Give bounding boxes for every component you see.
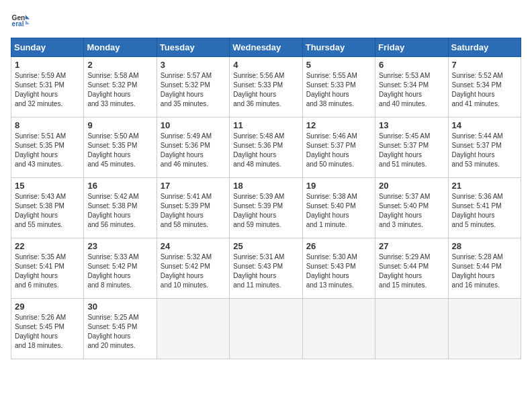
day-cell-14: 14 Sunrise: 5:44 AM Sunset: 5:37 PM Dayl… [448, 118, 521, 178]
col-header-friday: Friday [375, 38, 448, 57]
day-info: Sunrise: 5:50 AM Sunset: 5:35 PM Dayligh… [87, 132, 152, 169]
day-number: 27 [379, 241, 444, 251]
day-info: Sunrise: 5:28 AM Sunset: 5:44 PM Dayligh… [452, 253, 517, 290]
day-cell-6: 6 Sunrise: 5:53 AM Sunset: 5:34 PM Dayli… [375, 57, 448, 118]
col-header-thursday: Thursday [302, 38, 375, 57]
day-cell-24: 24 Sunrise: 5:32 AM Sunset: 5:42 PM Dayl… [157, 238, 229, 299]
empty-cell [448, 299, 521, 359]
day-cell-4: 4 Sunrise: 5:56 AM Sunset: 5:33 PM Dayli… [230, 57, 302, 118]
svg-text:eral: eral [12, 20, 24, 28]
day-number: 1 [15, 60, 80, 70]
day-info: Sunrise: 5:37 AM Sunset: 5:40 PM Dayligh… [379, 192, 444, 230]
day-info: Sunrise: 5:45 AM Sunset: 5:37 PM Dayligh… [379, 132, 444, 169]
empty-cell [157, 299, 229, 359]
day-number: 23 [87, 241, 152, 251]
day-cell-10: 10 Sunrise: 5:49 AM Sunset: 5:36 PM Dayl… [157, 118, 229, 178]
day-number: 24 [161, 241, 226, 251]
day-cell-21: 21 Sunrise: 5:36 AM Sunset: 5:41 PM Dayl… [448, 178, 521, 238]
svg-marker-2 [26, 15, 30, 19]
day-number: 8 [15, 120, 80, 130]
day-cell-23: 23 Sunrise: 5:33 AM Sunset: 5:42 PM Dayl… [84, 238, 157, 299]
day-info: Sunrise: 5:39 AM Sunset: 5:39 PM Dayligh… [233, 192, 298, 230]
day-info: Sunrise: 5:33 AM Sunset: 5:42 PM Dayligh… [87, 253, 152, 290]
day-number: 11 [233, 120, 298, 130]
day-number: 2 [87, 60, 152, 70]
day-number: 19 [306, 181, 371, 191]
day-cell-22: 22 Sunrise: 5:35 AM Sunset: 5:41 PM Dayl… [11, 238, 84, 299]
day-info: Sunrise: 5:25 AM Sunset: 5:45 PM Dayligh… [87, 313, 152, 351]
day-number: 20 [379, 181, 444, 191]
day-cell-15: 15 Sunrise: 5:43 AM Sunset: 5:38 PM Dayl… [11, 178, 84, 238]
day-number: 25 [233, 241, 298, 251]
day-info: Sunrise: 5:42 AM Sunset: 5:38 PM Dayligh… [87, 192, 152, 230]
day-cell-28: 28 Sunrise: 5:28 AM Sunset: 5:44 PM Dayl… [448, 238, 521, 299]
logo-icon: Gen eral [11, 11, 30, 30]
day-number: 30 [87, 302, 152, 312]
day-info: Sunrise: 5:41 AM Sunset: 5:39 PM Dayligh… [161, 192, 226, 230]
day-cell-5: 5 Sunrise: 5:55 AM Sunset: 5:33 PM Dayli… [302, 57, 375, 118]
day-info: Sunrise: 5:32 AM Sunset: 5:42 PM Dayligh… [161, 253, 226, 290]
day-cell-9: 9 Sunrise: 5:50 AM Sunset: 5:35 PM Dayli… [84, 118, 157, 178]
day-number: 5 [306, 60, 371, 70]
day-info: Sunrise: 5:26 AM Sunset: 5:45 PM Dayligh… [15, 313, 80, 351]
day-number: 29 [15, 302, 80, 312]
day-cell-8: 8 Sunrise: 5:51 AM Sunset: 5:35 PM Dayli… [11, 118, 84, 178]
empty-cell [302, 299, 375, 359]
day-info: Sunrise: 5:59 AM Sunset: 5:31 PM Dayligh… [15, 71, 80, 109]
col-header-saturday: Saturday [448, 38, 521, 57]
day-number: 15 [15, 181, 80, 191]
day-number: 3 [161, 60, 226, 70]
day-info: Sunrise: 5:35 AM Sunset: 5:41 PM Dayligh… [15, 253, 80, 290]
col-header-monday: Monday [84, 38, 157, 57]
day-number: 18 [233, 181, 298, 191]
day-info: Sunrise: 5:44 AM Sunset: 5:37 PM Dayligh… [452, 132, 517, 169]
day-cell-29: 29 Sunrise: 5:26 AM Sunset: 5:45 PM Dayl… [11, 299, 84, 359]
day-info: Sunrise: 5:36 AM Sunset: 5:41 PM Dayligh… [452, 192, 517, 230]
day-cell-26: 26 Sunrise: 5:30 AM Sunset: 5:43 PM Dayl… [302, 238, 375, 299]
col-header-wednesday: Wednesday [230, 38, 302, 57]
day-number: 14 [452, 120, 517, 130]
day-info: Sunrise: 5:48 AM Sunset: 5:36 PM Dayligh… [233, 132, 298, 169]
day-number: 26 [306, 241, 371, 251]
day-cell-25: 25 Sunrise: 5:31 AM Sunset: 5:43 PM Dayl… [230, 238, 302, 299]
day-info: Sunrise: 5:58 AM Sunset: 5:32 PM Dayligh… [87, 71, 152, 109]
day-cell-11: 11 Sunrise: 5:48 AM Sunset: 5:36 PM Dayl… [230, 118, 302, 178]
col-header-tuesday: Tuesday [157, 38, 229, 57]
day-info: Sunrise: 5:43 AM Sunset: 5:38 PM Dayligh… [15, 192, 80, 230]
page-header: Gen eral [11, 11, 521, 30]
day-number: 7 [452, 60, 517, 70]
day-cell-27: 27 Sunrise: 5:29 AM Sunset: 5:44 PM Dayl… [375, 238, 448, 299]
day-info: Sunrise: 5:30 AM Sunset: 5:43 PM Dayligh… [306, 253, 371, 290]
day-cell-18: 18 Sunrise: 5:39 AM Sunset: 5:39 PM Dayl… [230, 178, 302, 238]
day-cell-19: 19 Sunrise: 5:38 AM Sunset: 5:40 PM Dayl… [302, 178, 375, 238]
day-cell-7: 7 Sunrise: 5:52 AM Sunset: 5:34 PM Dayli… [448, 57, 521, 118]
day-info: Sunrise: 5:46 AM Sunset: 5:37 PM Dayligh… [306, 132, 371, 169]
day-number: 9 [87, 120, 152, 130]
day-cell-1: 1 Sunrise: 5:59 AM Sunset: 5:31 PM Dayli… [11, 57, 84, 118]
day-info: Sunrise: 5:49 AM Sunset: 5:36 PM Dayligh… [161, 132, 226, 169]
day-cell-17: 17 Sunrise: 5:41 AM Sunset: 5:39 PM Dayl… [157, 178, 229, 238]
calendar-table: SundayMondayTuesdayWednesdayThursdayFrid… [11, 38, 521, 359]
day-cell-12: 12 Sunrise: 5:46 AM Sunset: 5:37 PM Dayl… [302, 118, 375, 178]
day-info: Sunrise: 5:56 AM Sunset: 5:33 PM Dayligh… [233, 71, 298, 109]
day-number: 10 [161, 120, 226, 130]
day-number: 12 [306, 120, 371, 130]
day-cell-2: 2 Sunrise: 5:58 AM Sunset: 5:32 PM Dayli… [84, 57, 157, 118]
day-number: 6 [379, 60, 444, 70]
day-cell-3: 3 Sunrise: 5:57 AM Sunset: 5:32 PM Dayli… [157, 57, 229, 118]
day-number: 16 [87, 181, 152, 191]
day-cell-13: 13 Sunrise: 5:45 AM Sunset: 5:37 PM Dayl… [375, 118, 448, 178]
empty-cell [375, 299, 448, 359]
day-number: 22 [15, 241, 80, 251]
day-info: Sunrise: 5:53 AM Sunset: 5:34 PM Dayligh… [379, 71, 444, 109]
day-number: 28 [452, 241, 517, 251]
empty-cell [230, 299, 302, 359]
day-number: 21 [452, 181, 517, 191]
day-info: Sunrise: 5:55 AM Sunset: 5:33 PM Dayligh… [306, 71, 371, 109]
day-info: Sunrise: 5:29 AM Sunset: 5:44 PM Dayligh… [379, 253, 444, 290]
day-info: Sunrise: 5:52 AM Sunset: 5:34 PM Dayligh… [452, 71, 517, 109]
logo: Gen eral [11, 11, 32, 30]
day-cell-20: 20 Sunrise: 5:37 AM Sunset: 5:40 PM Dayl… [375, 178, 448, 238]
day-info: Sunrise: 5:31 AM Sunset: 5:43 PM Dayligh… [233, 253, 298, 290]
day-number: 17 [161, 181, 226, 191]
